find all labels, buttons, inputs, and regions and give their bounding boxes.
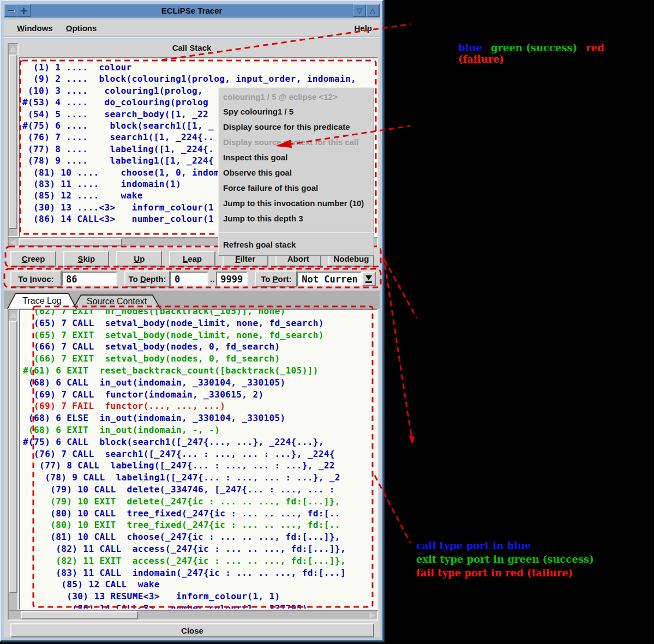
to-port-label: To Port: (255, 270, 297, 287)
to-invoc-label: To Invoc: (10, 270, 62, 287)
scroll-up-icon[interactable] (9, 46, 17, 52)
trace-log-line: (85) 12 CALL wake (23, 579, 346, 591)
context-menu-item[interactable]: Jump to this depth 3 (219, 211, 374, 226)
scroll-up-icon[interactable] (9, 312, 17, 318)
trace-log-line: (68) 6 ELSE in_out(indomain, _330104, _3… (23, 412, 346, 424)
trace-log-line: #(61) 6 EXIT reset_backtrack_count([back… (23, 365, 346, 377)
to-depth-label: To Depth: (124, 270, 170, 287)
triangle-up-icon: △ (370, 7, 375, 15)
trace-log-line: (86) 14 CALL<3> number_colour(1, _337795… (23, 603, 346, 610)
trace-log-line: (66) 7 CALL setval_body(nodes, 0, fd_sea… (23, 341, 346, 353)
trace-log-line: (66) 7 EXIT setval_body(nodes, 0, fd_sea… (23, 353, 346, 365)
call-stack-line: (9) 2 .... block(colouring1(prolog, inpu… (22, 73, 356, 85)
dropdown-arrow-icon (365, 275, 372, 280)
context-menu-items: Spy colouring1 / 5Display source for thi… (219, 104, 374, 226)
menu-help[interactable]: Help (354, 23, 372, 33)
call-stack-title: Call Stack (4, 43, 380, 52)
trace-log-line: (65) 7 EXIT setval_body(node_limit, none… (23, 329, 346, 341)
legend-entry: exit type port in green (success) (416, 552, 594, 566)
trace-log-line: (81) 10 CALL choose(_247{ic : ... .. ...… (23, 531, 346, 543)
window-title: ECLiPSe Tracer (31, 6, 353, 15)
tab-trace-log[interactable]: Trace Log (7, 293, 77, 309)
trace-log-line: (30) 13 RESUME<3> inform_colour(1, 1) (23, 591, 346, 603)
trace-log-line: #(75) 6 CALL block(search1([_247{..., ..… (23, 436, 346, 448)
tracelog-hscroll-thumb[interactable] (21, 611, 138, 619)
menu-windows[interactable]: Windows (17, 23, 53, 33)
context-menu-header: colouring1 / 5 @ eclipse <12> (219, 89, 374, 104)
trace-log-line: (65) 7 CALL setval_body(node_limit, none… (23, 317, 346, 329)
trace-log-line: (69) 7 CALL functor(indomain, _330615, 2… (23, 389, 346, 401)
depth-from-input[interactable]: 0 (170, 272, 208, 286)
scroll-left-icon[interactable] (10, 239, 16, 246)
legend-entry: green (success) (491, 42, 577, 53)
trace-log-line: (82) 11 CALL access(_247{ic : ... .. ...… (23, 543, 346, 555)
trace-log-line: (68) 6 EXIT in_out(indomain, -, -) (23, 424, 346, 436)
shade-button[interactable]: ▽ (353, 4, 366, 17)
debug-button[interactable]: Up (116, 251, 162, 267)
tracelog-hscrollbar[interactable] (8, 610, 378, 621)
context-menu-item[interactable]: Jump to this invocation number (10) (219, 196, 374, 211)
window-menu-button[interactable] (4, 4, 17, 17)
callstack-vscroll-thumb[interactable] (9, 55, 17, 229)
debug-button[interactable]: Leap (169, 251, 215, 267)
goal-context-menu: colouring1 / 5 @ eclipse <12> Spy colour… (218, 87, 374, 256)
trace-log-line: (78) 9 CALL labeling1([_247{... : ..., .… (23, 472, 346, 484)
context-menu-item[interactable]: Spy colouring1 / 5 (219, 104, 374, 119)
depth-to-input[interactable]: 9999 (216, 272, 248, 286)
callstack-vscrollbar[interactable] (8, 43, 19, 237)
close-button[interactable]: Close (10, 623, 374, 637)
maximize-button[interactable]: △ (366, 4, 379, 17)
trace-log-line: (77) 8 CALL labeling([_247{... : ..., ..… (23, 460, 346, 472)
trace-log-line: (83) 11 CALL indomain(_247{ic : ... .. .… (23, 567, 346, 579)
legend-entry: fail type port in red (failure) (416, 566, 594, 580)
menu-separator (219, 232, 374, 232)
minimize-icon (8, 10, 14, 11)
window-cross-button[interactable] (17, 4, 31, 17)
tab-source-context[interactable]: Source Context (73, 294, 161, 309)
tabbar: Trace Log Source Context (4, 291, 380, 309)
trace-log-line: (69) 7 FAIL functor(..., ..., ...) (23, 400, 346, 412)
tracelog-callout-line-2 (385, 260, 417, 318)
trace-log-line: (79) 10 EXIT delete(_247{ic : ... .. ...… (23, 496, 346, 508)
callstack-hscroll-thumb[interactable] (19, 238, 122, 246)
tracelog-vscroll-thumb[interactable] (9, 321, 17, 593)
port-color-legend-bottom: call type port in blueexit type port in … (416, 539, 594, 580)
trace-log-line: (80) 10 CALL tree_fixed(_247{ic : ... ..… (23, 508, 346, 520)
dropdown-bar-icon (365, 281, 372, 283)
small-arrowhead (409, 436, 415, 443)
debug-button[interactable]: Skip (63, 251, 109, 267)
tracelog-vscrollbar[interactable] (8, 309, 19, 620)
titlebar[interactable]: ECLiPSe Tracer ▽ △ (4, 4, 380, 17)
triangle-down-icon: ▽ (357, 7, 362, 15)
debug-button[interactable]: Creep (10, 251, 56, 267)
trace-log-line: (82) 11 EXIT access(_247{ic : ... .. ...… (23, 555, 346, 567)
port-color-legend-top: bluegreen (success)red (failure) (458, 42, 654, 65)
jump-controls: To Invoc: 86 To Depth: 0 .. 9999 To Port… (10, 270, 374, 287)
to-port-select[interactable]: Not Curren (297, 272, 362, 286)
context-menu-item[interactable]: Display source for this predicate (219, 119, 374, 135)
trace-log-line: (80) 10 EXIT tree_fixed(_247{ic : ... ..… (23, 519, 346, 531)
legend-entry: call type port in blue (416, 539, 594, 552)
to-port-dropdown-button[interactable] (362, 272, 376, 286)
legend-entry: blue (458, 42, 482, 53)
scroll-right-icon[interactable] (369, 612, 375, 619)
to-invoc-input[interactable]: 86 (62, 272, 117, 286)
trace-log-line: (62) 7 EXIT nr_nodes([backtrack(_105)], … (23, 309, 346, 317)
context-menu-item[interactable]: Display source context for this call (219, 135, 374, 150)
context-menu-item[interactable]: Inspect this goal (219, 150, 374, 165)
call-stack-line: (1) 1 .... colour (22, 62, 356, 73)
trace-log-line: (76) 7 CALL search1([_247{... : ..., ...… (23, 448, 346, 460)
tracelog-callout-line-1 (383, 255, 412, 443)
menu-options[interactable]: Options (66, 23, 97, 33)
context-menu-item[interactable]: Force failure of this goal (219, 180, 374, 196)
trace-log-line: (79) 10 CALL delete(_334746, [_247{... :… (23, 484, 346, 496)
trace-log-line: (68) 6 CALL in_out(indomain, _330104, _3… (23, 377, 346, 389)
trace-log-view[interactable]: (62) 7 EXIT nr_nodes([backtrack(_105)], … (19, 309, 378, 610)
depth-range-separator: .. (210, 274, 214, 284)
trace-log-lines: (62) 7 EXIT nr_nodes([backtrack(_105)], … (23, 309, 346, 610)
menubar: Windows Options Help (4, 20, 380, 38)
context-menu-item[interactable]: Observe this goal (219, 165, 374, 180)
cross-icon (21, 8, 27, 14)
refresh-goal-stack-item[interactable]: Refresh goal stack (219, 237, 374, 252)
